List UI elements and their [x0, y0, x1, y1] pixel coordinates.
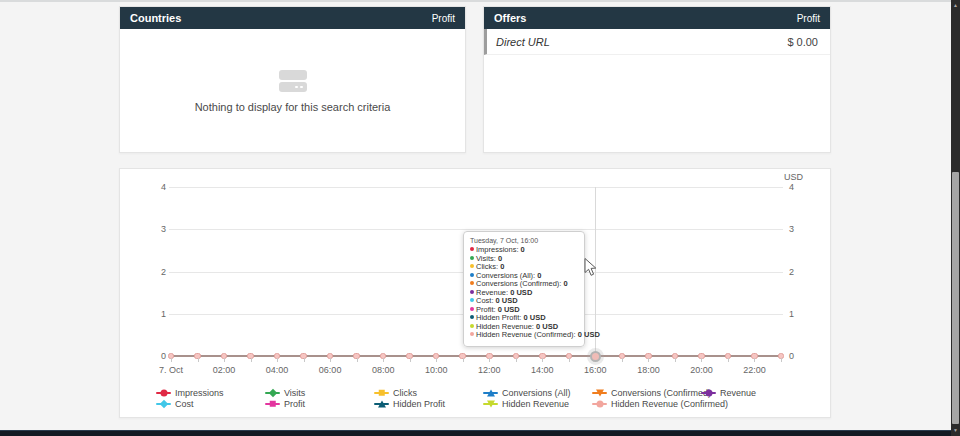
x-axis-tick — [728, 358, 729, 362]
scrollbar[interactable]: ▲ ▼ — [951, 0, 960, 436]
y-axis-label-right: 2 — [789, 267, 794, 277]
y-axis-label-left: 3 — [146, 224, 166, 234]
tooltip-series-dot — [470, 247, 474, 251]
x-axis-tick — [675, 358, 676, 362]
legend-item-label: Clicks — [393, 388, 417, 398]
x-axis-label: 10:00 — [416, 365, 456, 375]
square-marker-icon — [374, 388, 389, 397]
x-axis-tick — [542, 358, 543, 362]
chart-legend: ImpressionsVisitsClicksConversions (All)… — [156, 387, 810, 409]
tooltip-item-value: 0 — [521, 245, 525, 254]
grid-line — [169, 187, 783, 188]
offers-panel-title: Offers — [494, 12, 526, 24]
tooltip-series-dot — [470, 281, 474, 285]
tooltip-header: Tuesday, 7 Oct, 16:00 — [470, 237, 578, 244]
window-top-edge — [0, 0, 960, 2]
y-axis-label-left: 0 — [146, 351, 166, 361]
legend-shape — [705, 389, 712, 396]
y-axis-label-left: 1 — [146, 309, 166, 319]
triangle-up-marker-icon — [374, 399, 389, 408]
offer-profit-value: $ 0.00 — [787, 36, 818, 48]
countries-profit-column-header: Profit — [432, 13, 455, 24]
legend-item-label: Profit — [284, 399, 305, 409]
legend-item[interactable]: Clicks — [374, 387, 483, 398]
circle-marker-icon — [156, 388, 171, 397]
legend-item[interactable]: Hidden Revenue — [483, 398, 592, 409]
tooltip-series-dot — [470, 264, 474, 268]
legend-item[interactable]: Visits — [265, 387, 374, 398]
x-axis-label: 7. Oct — [151, 365, 191, 375]
legend-shape — [596, 400, 603, 407]
x-axis-tick — [224, 358, 225, 362]
tooltip-item-list: Impressions: 0Visits: 0Clicks: 0Conversi… — [470, 246, 578, 340]
legend-item-label: Conversions (All) — [502, 388, 571, 398]
legend-item-label: Impressions — [175, 388, 224, 398]
legend-shape — [269, 400, 276, 407]
legend-item-label: Revenue — [720, 388, 756, 398]
legend-item[interactable]: Impressions — [156, 387, 265, 398]
x-axis-label: 02:00 — [204, 365, 244, 375]
x-axis-label: 06:00 — [310, 365, 350, 375]
legend-item-label: Hidden Revenue — [502, 399, 569, 409]
x-axis-tick — [198, 358, 199, 362]
legend-item[interactable]: Revenue — [701, 387, 810, 398]
tooltip-series-dot — [470, 273, 474, 277]
offers-row-list: Direct URL$ 0.00 — [484, 29, 830, 55]
y-axis-label-right: 1 — [789, 309, 794, 319]
server-icon-top — [279, 70, 307, 80]
scroll-up-button[interactable]: ▲ — [951, 0, 960, 10]
window-bottom-edge — [0, 430, 960, 436]
x-axis-label: 14:00 — [522, 365, 562, 375]
x-axis-label: 16:00 — [575, 365, 615, 375]
empty-state-message: Nothing to display for this search crite… — [195, 101, 391, 113]
offers-table-row[interactable]: Direct URL$ 0.00 — [484, 29, 830, 55]
triangle-down-marker-icon — [483, 399, 498, 408]
x-axis-tick — [410, 358, 411, 362]
y-axis-label-right: 3 — [789, 224, 794, 234]
tooltip-series-dot — [470, 324, 474, 328]
offers-panel: Offers Profit Direct URL$ 0.00 — [483, 6, 831, 153]
legend-item-label: Hidden Profit — [393, 399, 445, 409]
legend-item[interactable]: Profit — [265, 398, 374, 409]
tooltip-series-dot — [470, 256, 474, 260]
x-axis-tick — [304, 358, 305, 362]
tooltip-item: Hidden Revenue (Confirmed): 0 USD — [470, 331, 578, 340]
tooltip-item-value: 0 USD — [578, 330, 600, 339]
legend-shape — [160, 389, 167, 396]
x-axis-tick — [436, 358, 437, 362]
x-axis-tick — [251, 358, 252, 362]
tooltip-item-value: 0 — [564, 279, 568, 288]
data-line — [171, 355, 781, 357]
diamond-marker-icon — [156, 399, 171, 408]
tooltip-series-dot — [470, 332, 474, 336]
tooltip-item-label: Hidden Revenue (Confirmed): — [476, 330, 578, 339]
legend-item[interactable]: Conversions (Confirmed) — [592, 387, 701, 398]
legend-item[interactable]: Cost — [156, 398, 265, 409]
tooltip-series-dot — [470, 307, 474, 311]
x-axis-label: 08:00 — [363, 365, 403, 375]
scroll-down-button[interactable]: ▼ — [951, 425, 960, 435]
countries-empty-state: Nothing to display for this search crite… — [120, 29, 465, 153]
countries-panel: Countries Profit Nothing to display for … — [119, 6, 466, 153]
legend-shape — [596, 389, 604, 396]
x-axis-label: 22:00 — [734, 365, 774, 375]
x-axis-tick — [171, 358, 172, 362]
scrollbar-thumb[interactable] — [952, 172, 959, 424]
x-axis-tick — [754, 358, 755, 362]
x-axis-tick — [569, 358, 570, 362]
x-axis-tick — [701, 358, 702, 362]
legend-shape — [378, 400, 386, 407]
x-axis-tick — [330, 358, 331, 362]
legend-shape — [378, 389, 385, 396]
legend-item[interactable]: Conversions (All) — [483, 387, 592, 398]
legend-shape — [487, 400, 495, 407]
x-axis-tick — [516, 358, 517, 362]
x-axis-tick — [622, 358, 623, 362]
countries-panel-header: Countries Profit — [120, 7, 465, 29]
legend-item[interactable]: Hidden Profit — [374, 398, 483, 409]
x-axis-label: 04:00 — [257, 365, 297, 375]
diamond-marker-icon — [265, 388, 280, 397]
legend-item[interactable]: Hidden Revenue (Confirmed) — [592, 398, 701, 409]
highlighted-data-point[interactable] — [590, 351, 601, 362]
legend-item-label: Visits — [284, 388, 305, 398]
